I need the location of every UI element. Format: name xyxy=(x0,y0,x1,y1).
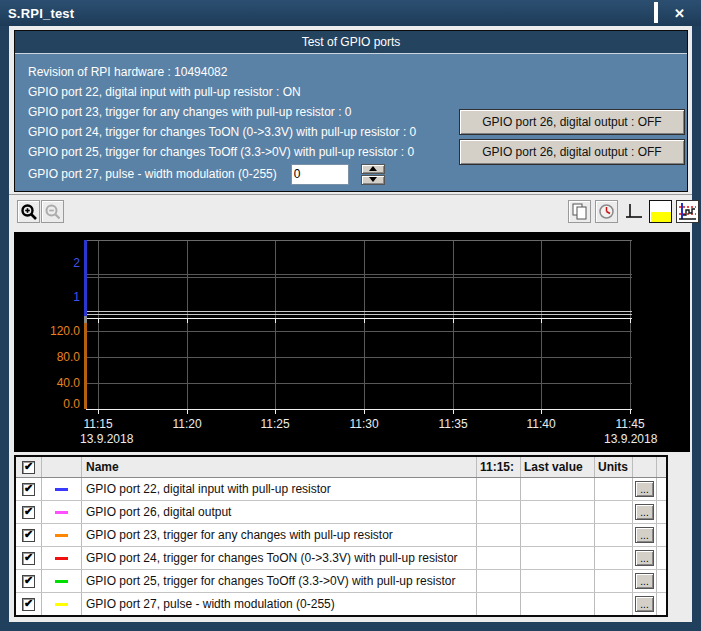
grid-line xyxy=(86,274,632,275)
series-units xyxy=(595,478,633,500)
trend-chart[interactable]: 2 1 120.0 80.0 40.0 0.0 11:15 11:20 11:2… xyxy=(14,232,690,452)
realtime-clock-button[interactable] xyxy=(595,200,618,223)
series-checkbox[interactable] xyxy=(22,598,35,611)
axis-tick xyxy=(630,410,631,414)
window-controls: ✕ xyxy=(654,0,685,26)
table-row: GPIO port 27, pulse - width modulation (… xyxy=(16,593,666,615)
curve-style-button[interactable] xyxy=(676,200,699,223)
digital-axis-line xyxy=(86,318,632,319)
axis-tick xyxy=(98,410,99,414)
axis-tick xyxy=(98,319,99,323)
axis-tick xyxy=(541,410,542,414)
series-detail-button[interactable]: ... xyxy=(635,504,654,520)
grid-line xyxy=(86,314,632,315)
grid-line xyxy=(86,383,632,384)
pwm-spinner-up-button[interactable] xyxy=(361,164,385,174)
axes-icon xyxy=(625,203,643,221)
series-checkbox[interactable] xyxy=(22,575,35,588)
series-units xyxy=(595,570,633,592)
series-units xyxy=(595,524,633,546)
x-tick-label: 11:20 xyxy=(165,417,209,431)
series-checkbox[interactable] xyxy=(22,529,35,542)
table-row: GPIO port 26, digital output ... xyxy=(16,501,666,524)
x-axis-line xyxy=(86,409,632,410)
series-detail-button[interactable]: ... xyxy=(635,527,654,543)
copy-button[interactable] xyxy=(568,200,591,223)
gpio-status-panel: Test of GPIO ports Revision of RPI hardw… xyxy=(14,30,688,192)
series-last-value xyxy=(521,478,595,500)
axis-tick xyxy=(364,410,365,414)
y-axis-analog xyxy=(84,323,87,409)
name-column-header: Name xyxy=(82,457,477,477)
series-detail-button[interactable]: ... xyxy=(635,550,654,566)
zoom-out-icon xyxy=(44,203,62,221)
pwm-line: GPIO port 27, pulse - width modulation (… xyxy=(28,162,687,186)
zoom-in-icon xyxy=(20,203,38,221)
title-bar: S.RPI_test ✕ xyxy=(0,0,701,26)
app-window: { "window": { "title": "S.RPI_test", "cl… xyxy=(0,0,701,631)
axis-tick xyxy=(187,410,188,414)
gpio26-output-button-2[interactable]: GPIO port 26, digital output : OFF xyxy=(459,139,685,165)
axis-tick xyxy=(275,319,276,323)
time-column-header: 11:15: xyxy=(477,457,521,477)
axis-joint xyxy=(84,316,87,323)
series-detail-button[interactable]: ... xyxy=(635,596,654,612)
panel-title: Test of GPIO ports xyxy=(15,31,687,54)
pwm-value-input[interactable] xyxy=(291,164,349,185)
zoom-in-button[interactable] xyxy=(17,200,40,223)
series-time-value xyxy=(477,524,521,546)
grid-line xyxy=(86,357,632,358)
filler-column xyxy=(657,501,666,523)
legend-table: Name 11:15: Last value Units GPIO port 2… xyxy=(14,455,668,617)
axes-button[interactable] xyxy=(622,200,645,223)
filler-column xyxy=(657,570,666,592)
arrow-up-icon xyxy=(369,166,377,171)
y-tick-label: 120.0 xyxy=(32,324,80,338)
table-row: GPIO port 25, trigger for changes ToOff … xyxy=(16,570,666,593)
axis-tick xyxy=(630,319,631,323)
series-color-swatch xyxy=(55,557,68,560)
select-all-checkbox[interactable] xyxy=(22,461,35,474)
y-tick-label: 40.0 xyxy=(32,376,80,390)
series-color-swatch xyxy=(55,603,68,606)
curve-style-icon xyxy=(678,202,697,221)
color-column-header xyxy=(42,457,82,477)
table-row: GPIO port 22, digital input with pull-up… xyxy=(16,478,666,501)
units-column-header: Units xyxy=(595,457,633,477)
gpio26-output-button-1[interactable]: GPIO port 26, digital output : OFF xyxy=(459,109,685,135)
series-name: GPIO port 25, trigger for changes ToOff … xyxy=(82,570,477,592)
legend-colors-button[interactable] xyxy=(649,200,672,223)
series-checkbox[interactable] xyxy=(22,506,35,519)
y-tick-label: 1 xyxy=(32,290,80,304)
window-title: S.RPI_test xyxy=(0,6,74,21)
y-tick-label: 80.0 xyxy=(32,350,80,364)
x-date-label: 13.9.2018 xyxy=(604,432,657,446)
grid-line xyxy=(86,240,632,241)
maximize-button[interactable] xyxy=(654,4,658,22)
series-units xyxy=(595,547,633,569)
series-checkbox[interactable] xyxy=(22,483,35,496)
series-name: GPIO port 26, digital output xyxy=(82,501,477,523)
series-time-value xyxy=(477,547,521,569)
filler-column xyxy=(657,593,666,615)
x-tick-label: 11:45 xyxy=(608,417,652,431)
series-checkbox[interactable] xyxy=(22,552,35,565)
info-line-port27: GPIO port 27, pulse - width modulation (… xyxy=(28,167,277,181)
series-color-swatch xyxy=(55,511,68,514)
series-detail-button[interactable]: ... xyxy=(635,481,654,497)
clock-icon xyxy=(598,203,615,220)
y-tick-label: 2 xyxy=(32,256,80,270)
legend-header-row: Name 11:15: Last value Units xyxy=(16,457,666,478)
series-detail-button[interactable]: ... xyxy=(635,573,654,589)
series-color-swatch xyxy=(55,534,68,537)
close-button[interactable]: ✕ xyxy=(674,7,685,20)
table-row: GPIO port 23, trigger for any changes wi… xyxy=(16,524,666,547)
axis-tick xyxy=(453,410,454,414)
x-tick-label: 11:40 xyxy=(519,417,563,431)
axis-tick xyxy=(275,410,276,414)
filler-column xyxy=(657,547,666,569)
zoom-out-button[interactable] xyxy=(41,200,64,223)
series-time-value xyxy=(477,593,521,615)
pwm-spinner-down-button[interactable] xyxy=(361,175,385,185)
detail-column-header xyxy=(633,457,657,477)
